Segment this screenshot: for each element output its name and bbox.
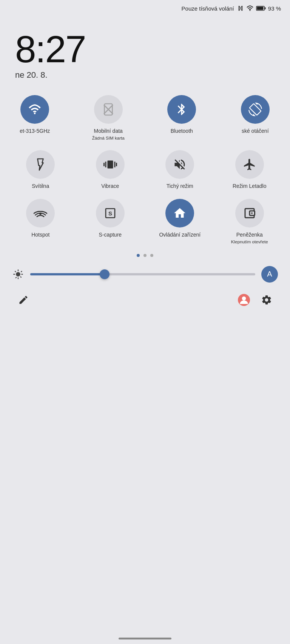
edit-button[interactable] — [15, 292, 32, 308]
wallet-label: PeněženkaKlepnutím otevřete — [231, 231, 268, 245]
tile-wallet[interactable]: PeněženkaKlepnutím otevřete — [218, 199, 281, 245]
tile-vibration[interactable]: Vibrace — [79, 150, 142, 189]
quick-settings-panel: et-313-5GHz Mobilní dataŽádná SIM karta … — [9, 95, 281, 310]
device-control-icon — [173, 206, 187, 220]
silent-tile-icon[interactable] — [165, 150, 194, 179]
user-avatar[interactable]: A — [261, 266, 278, 283]
flashlight-icon — [34, 158, 47, 171]
pencil-icon — [18, 295, 29, 305]
device-control-tile-icon[interactable] — [165, 199, 194, 227]
clock-date: ne 20. 8. — [15, 70, 275, 80]
status-emergency-text: Pouze tísňová volání — [182, 5, 234, 12]
status-icons: 93 % — [237, 5, 281, 12]
user-profile-button[interactable] — [236, 292, 252, 308]
wallet-tile-icon[interactable] — [235, 199, 264, 227]
brightness-thumb[interactable] — [100, 269, 110, 279]
tile-wifi[interactable]: et-313-5GHz — [9, 95, 68, 141]
scapture-label: S-capture — [99, 231, 122, 238]
tile-bluetooth[interactable]: Bluetooth — [148, 95, 215, 141]
bluetooth-label: Bluetooth — [171, 128, 193, 134]
tiles-row-1: et-313-5GHz Mobilní dataŽádná SIM karta … — [9, 95, 281, 141]
settings-button[interactable] — [258, 292, 275, 308]
tiles-row-3: Hotspot S S-capture Ovládání zařízení — [9, 199, 281, 245]
profile-icon — [238, 294, 250, 306]
clock-time: 8:27 — [15, 30, 275, 68]
dot-2 — [143, 254, 147, 257]
tile-mobile-data[interactable]: Mobilní dataŽádná SIM karta — [75, 95, 142, 141]
status-bar: Pouze tísňová volání 93 % — [0, 0, 290, 15]
pagination-dots — [9, 254, 281, 257]
svg-rect-2 — [265, 7, 265, 9]
auto-rotate-icon — [248, 103, 262, 116]
sun-icon — [13, 269, 23, 280]
tile-flashlight[interactable]: Svítilna — [9, 150, 72, 189]
gear-icon — [261, 294, 272, 306]
svg-text:S: S — [108, 210, 112, 217]
flashlight-label: Svítilna — [32, 183, 49, 189]
bluetooth-tile-icon[interactable] — [167, 95, 196, 124]
vibration-tile-icon[interactable] — [96, 150, 125, 179]
device-control-label: Ovládání zařízení — [159, 231, 201, 238]
tile-hotspot[interactable]: Hotspot — [9, 199, 72, 245]
wifi-icon — [28, 103, 42, 116]
tiles-row-2: Svítilna Vibrace Tichý režim — [9, 150, 281, 189]
tile-silent[interactable]: Tichý režim — [148, 150, 211, 189]
battery-percentage: 93 % — [268, 5, 281, 12]
wifi-label: et-313-5GHz — [20, 128, 50, 134]
airplane-icon — [243, 158, 256, 171]
dot-1 — [137, 254, 140, 257]
brightness-slider[interactable] — [30, 273, 255, 275]
clock-section: 8:27 ne 20. 8. — [0, 15, 290, 84]
svg-point-11 — [242, 297, 246, 301]
wifi-status-icon — [246, 5, 254, 12]
airplane-tile-icon[interactable] — [235, 150, 264, 179]
svg-rect-1 — [257, 7, 263, 10]
avatar-letter: A — [267, 270, 272, 278]
auto-rotate-label: ské otáčení — [242, 128, 269, 134]
mobile-data-icon — [102, 103, 115, 116]
mobile-data-label: Mobilní dataŽádná SIM karta — [92, 128, 125, 141]
nfc-icon — [237, 5, 244, 12]
silent-icon — [173, 158, 187, 171]
vibration-label: Vibrace — [101, 183, 119, 189]
airplane-label: Režim Letadlo — [233, 183, 267, 189]
bottom-toolbar — [15, 290, 275, 310]
battery-icon — [256, 5, 266, 11]
silent-label: Tichý režim — [167, 183, 193, 189]
tile-airplane[interactable]: Režim Letadlo — [218, 150, 281, 189]
dot-3 — [150, 254, 153, 257]
tile-auto-rotate[interactable]: ské otáčení — [222, 95, 281, 141]
bluetooth-icon — [175, 103, 188, 116]
scapture-icon: S — [103, 206, 117, 220]
wifi-tile-icon[interactable] — [20, 95, 49, 124]
svg-point-9 — [251, 212, 253, 214]
tile-scapture[interactable]: S S-capture — [79, 199, 142, 245]
auto-rotate-tile-icon[interactable] — [241, 95, 270, 124]
hotspot-icon — [34, 206, 47, 220]
flashlight-tile-icon[interactable] — [26, 150, 55, 179]
tile-device-control[interactable]: Ovládání zařízení — [148, 199, 211, 245]
vibration-icon — [103, 158, 117, 171]
brightness-row: A — [12, 266, 278, 283]
brightness-icon — [12, 268, 24, 280]
mobile-data-tile-icon[interactable] — [94, 95, 123, 124]
hotspot-label: Hotspot — [31, 231, 49, 238]
hotspot-tile-icon[interactable] — [26, 199, 55, 227]
wallet-icon — [243, 206, 256, 220]
brightness-fill — [30, 273, 105, 275]
scapture-tile-icon[interactable]: S — [96, 199, 125, 227]
home-bar[interactable] — [119, 638, 171, 639]
